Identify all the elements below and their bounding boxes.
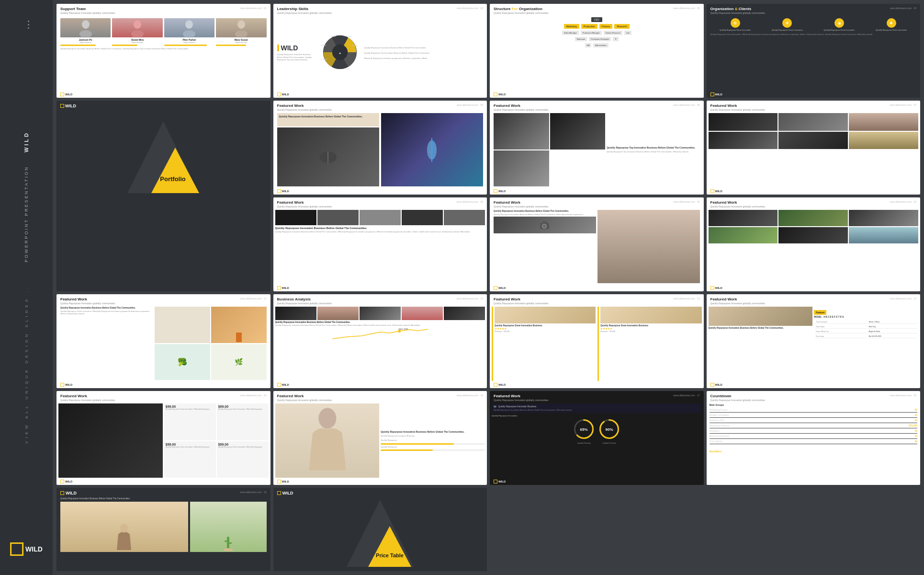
slide-title-17: Featured Work [277, 394, 332, 398]
fw8-img-2 [778, 113, 848, 131]
slide-footer-8: WILD [707, 188, 921, 195]
fw18-text-box: 📷 Quickly Repurpose Innovation Business … [492, 403, 702, 413]
slide-support-team: Support Team Quickly Repurpose Innovatio… [56, 4, 270, 98]
portfolio-svg: Portfolio [125, 119, 202, 196]
person-role-4: Sales Director [216, 41, 266, 44]
fw17-progress-1-fill [381, 443, 453, 445]
slide-url-6: www.slidename.com 05 [457, 104, 483, 106]
slide-header-14: Featured Work Quickly Repurpose Innovati… [490, 294, 704, 306]
wild-logo-4: WILD [710, 92, 722, 96]
slide-subtitle-12: Quickly Repurpose Innovation globally co… [60, 302, 115, 305]
slide-footer-2: WILD [273, 92, 487, 98]
org-salesman: Salesman [575, 37, 587, 41]
slide-featured-18: Featured Work Quickly Repurpose Innovati… [490, 391, 704, 485]
slide-featured-15: Featured Work Quickly Repurpose Innovati… [707, 294, 921, 388]
slide-featured-6: Featured Work Quickly Repurpose Innovati… [273, 101, 487, 195]
slide-subtitle-1: Quickly Repurpose Innovation globally co… [60, 12, 115, 14]
slide-footer-18: WILD [490, 479, 704, 485]
wild-logo-box-20 [60, 491, 64, 495]
fw7-img-3 [494, 150, 549, 187]
person-bar-1 [60, 45, 96, 46]
slide-price-table: WILD Price Table [273, 488, 487, 571]
countdown-val-6: 40 [914, 435, 917, 437]
person-role-1: Sales Director [60, 41, 111, 44]
fw8-img-1 [709, 113, 778, 131]
fw11-i3 [849, 210, 918, 226]
slide-url-4: www.slidename.com 04 [890, 7, 916, 10]
ba-title: Quickly Repurpose Innovation Business Be… [275, 321, 485, 323]
slide-title-15: Featured Work [710, 297, 766, 301]
slide-url-3: www.slidename.com 03 [673, 7, 699, 10]
fw9-s2 [317, 210, 359, 225]
countdown-read-more[interactable]: Read More [710, 446, 918, 454]
fw9-s5 [444, 210, 485, 225]
slide-title-16: Featured Work [60, 394, 115, 398]
fw10-title: Quickly Repurpose Innovation Business Be… [494, 210, 596, 212]
countdown-name-5: Research [710, 429, 720, 432]
slide-url-20: www.slidename.com 19 [240, 491, 266, 494]
svg-text:Portfolio: Portfolio [160, 175, 186, 183]
svg-point-6 [237, 20, 245, 29]
slide-body-8 [707, 112, 921, 188]
person-2: Sweet Mira Sales Director [112, 18, 162, 46]
wild-logo-text-14: WILD [498, 383, 506, 386]
slide-org-structure: Structure For Organization Quickly Repur… [490, 4, 704, 98]
slide-footer-9: WILD [273, 285, 487, 291]
wild-logo-text-8: WILD [715, 190, 722, 193]
wild-logo-16: WILD [60, 480, 72, 483]
slide-url-13: www.slidename.com 12 [457, 297, 483, 300]
org-tree: CEO Marketing Production Finance Researc… [494, 17, 700, 47]
wild-logo-text-3: WILD [498, 93, 506, 96]
slide-header-10: Featured Work Quickly Repurpose Innovati… [490, 197, 704, 209]
wild-logo-box-6 [277, 189, 281, 193]
spec-key-4: Summary [815, 334, 867, 338]
slide-body-11 [707, 209, 921, 285]
fw14-prod1-img [495, 307, 596, 323]
fw17-progress-2-fill [381, 449, 433, 451]
fw16-price-2: $99.00 Quickly Repurpose Some Innovation… [217, 403, 269, 440]
fw12-i1 [155, 307, 210, 343]
fw10-left: Quickly Repurpose Innovation Business Be… [494, 210, 596, 283]
wild-logo-text-18: WILD [498, 480, 506, 483]
slide-title-14: Featured Work [494, 297, 549, 301]
wild-logo-text-5: WILD [65, 104, 76, 108]
slide-header-3: Structure For Organization Quickly Repur… [490, 4, 704, 15]
slide20-desc: Quickly Repurpose Innovation Business Be… [60, 497, 267, 500]
fw7-desc: Quickly Repurpose Top Innovation Busines… [607, 150, 699, 153]
slide20-img-person [60, 502, 188, 552]
main-content: Support Team Quickly Repurpose Innovatio… [53, 0, 924, 575]
slide-body-3: CEO Marketing Production Finance Researc… [490, 15, 704, 92]
wild-logo-box-16 [60, 480, 64, 483]
ba-p2 [317, 307, 359, 320]
sidebar-brand: WILD [10, 542, 43, 556]
slide-body-20: Quickly Repurpose Innovation Business Be… [56, 496, 270, 571]
client-text-1: Quickly Repurpose Some Innovation [710, 29, 761, 31]
svg-text:Finance: Finance [321, 58, 327, 60]
slide-body-12: Quickly Repurpose Innovation Business Be… [56, 306, 270, 382]
slide-featured-17: Featured Work Quickly Repurpose Innovati… [273, 391, 487, 485]
fw17-title: Quickly Repurpose Innovation Business Be… [381, 430, 485, 433]
person-role-2: Sales Director [112, 41, 162, 44]
wild-logo-box-10 [494, 286, 497, 290]
leadership-brand: WILD [277, 45, 316, 51]
fw17-progress-1-bar [381, 443, 485, 445]
slide-header-9: Featured Work Quickly Repurpose Innovati… [273, 197, 487, 209]
slide-header-11: Featured Work Quickly Repurpose Innovati… [707, 197, 921, 209]
org-row-4: QA Administrator [585, 43, 608, 47]
slide-org-clients: Organization & Clients Quickly Repurpose… [707, 4, 921, 98]
fw15-left: Quickly Repurpose Innovation Business Be… [709, 307, 813, 381]
person-photo-2 [112, 18, 162, 37]
client-text-3: Quickly Repurpose Some Innovation [814, 29, 865, 31]
client-item-3: ◉ Quickly Repurpose Some Innovation [814, 18, 865, 31]
sidebar-label-view-all: VIEW ALL UNIQUE DESIGN SLIDES ... [24, 281, 29, 444]
org-qa: QA [585, 43, 592, 47]
slide-title-7: Featured Work [494, 104, 549, 108]
countdown-item-7: Team Works 40 [710, 439, 918, 444]
svg-point-0 [82, 20, 90, 29]
slide-countdown: Countdown Quickly Repurpose Innovation g… [707, 391, 921, 485]
org-research: Research [614, 24, 629, 29]
fw18-camera-icon-row: 📷 Quickly Repurpose Innovation Business [494, 405, 700, 408]
countdown-item-4: Marketing Analysis $70,900 [710, 423, 918, 428]
wild-logo-14: WILD [494, 383, 506, 387]
slide-body-1: Jackson Po Sales Director Sweet Mira Sal… [56, 15, 270, 92]
